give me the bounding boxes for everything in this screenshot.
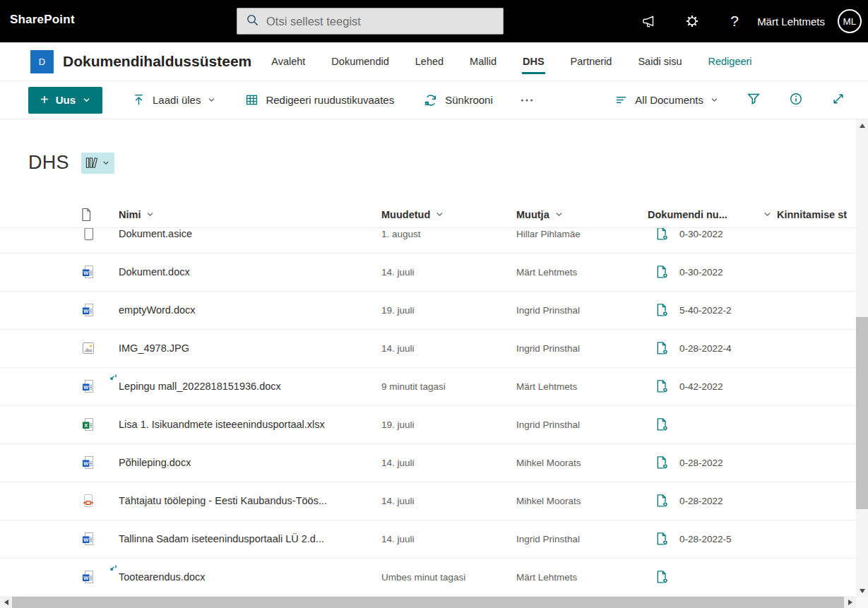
table-row[interactable]: W X: [0, 520, 856, 559]
nav-item-saidi-sisu[interactable]: Saidi sisu: [638, 56, 682, 67]
column-header-modified-by[interactable]: Muutja: [516, 209, 563, 220]
filter-funnel-icon: [747, 92, 761, 106]
vertical-scrollbar-thumb[interactable]: [856, 317, 868, 509]
horizontal-scrollbar[interactable]: [0, 597, 856, 608]
upload-button[interactable]: Laadi üles: [132, 93, 215, 107]
settings-gear-icon[interactable]: [671, 0, 713, 42]
document-number-icon: [655, 494, 669, 508]
file-type-icon: W X: [81, 532, 96, 546]
nav-item-redigeeri[interactable]: Redigeeri: [708, 56, 752, 67]
file-type-icon: W X: [81, 303, 96, 317]
modified-by[interactable]: Ingrid Prinsthal: [516, 305, 580, 316]
file-name[interactable]: Lepingu mall_2022818151936.docx: [119, 381, 281, 392]
more-actions-button[interactable]: [520, 93, 534, 107]
file-name[interactable]: Tallinna Sadam iseteenindusportaali LÜ 2…: [119, 533, 324, 544]
table-row[interactable]: W X: [0, 482, 856, 520]
scrollbar-corner: [856, 597, 868, 608]
new-item-icon: [109, 563, 118, 576]
scroll-down-arrow-icon[interactable]: [856, 585, 868, 597]
document-number: 0-28-2022-4: [679, 343, 732, 354]
user-name[interactable]: Märt Lehtmets: [757, 16, 825, 28]
chevron-down-icon: [711, 97, 718, 102]
nav-item-partnerid[interactable]: Partnerid: [571, 56, 612, 67]
document-number-icon: [655, 342, 669, 355]
file-type-icon: W X: [81, 570, 96, 584]
grid-edit-button[interactable]: Redigeeri ruudustikuvaates: [245, 93, 394, 107]
file-type-icon: W X: [81, 379, 96, 393]
books-icon: [85, 157, 99, 169]
vertical-scrollbar[interactable]: [856, 119, 868, 597]
table-row[interactable]: W X: [0, 292, 856, 330]
file-name[interactable]: Dokument.docx: [119, 266, 190, 278]
column-header-name[interactable]: Nimi: [119, 209, 154, 220]
nav-item-mallid[interactable]: Mallid: [470, 56, 497, 67]
nav-item-avaleht[interactable]: Avaleht: [271, 56, 305, 67]
file-name[interactable]: Dokument.asice: [119, 228, 192, 239]
nav-item-dokumendid[interactable]: Dokumendid: [331, 56, 388, 67]
sync-button[interactable]: Sünkrooni: [424, 93, 493, 107]
table-row[interactable]: W X: [0, 559, 856, 597]
view-selector[interactable]: All Documents: [614, 93, 718, 107]
file-name[interactable]: Põhileping.docx: [119, 457, 191, 468]
nav-item-lehed[interactable]: Lehed: [415, 56, 444, 67]
file-type-icon: W X: [81, 417, 96, 431]
file-name[interactable]: Tähtajatu tööleping - Eesti Kaubandus-Tö…: [119, 495, 327, 506]
site-title[interactable]: Dokumendihaldussüsteem: [63, 53, 251, 70]
nav-item-dhs[interactable]: DHS: [523, 56, 545, 67]
document-number: 0-28-2022-5: [679, 534, 732, 544]
modified-by[interactable]: Märt Lehtmets: [516, 381, 577, 392]
modified-by[interactable]: Ingrid Prinsthal: [516, 419, 580, 430]
chevron-down-icon: [146, 212, 154, 217]
file-name[interactable]: Tootearendus.docx: [119, 571, 206, 583]
file-name[interactable]: emptyWord.docx: [119, 304, 196, 316]
sharepoint-logo[interactable]: SharePoint: [10, 13, 75, 27]
modified-by[interactable]: Ingrid Prinsthal: [516, 343, 580, 354]
library-type-badge[interactable]: [81, 153, 114, 174]
modified-by[interactable]: Märt Lehtmets: [516, 267, 577, 278]
modified-by[interactable]: Mihkel Moorats: [516, 458, 581, 468]
table-row[interactable]: W X: [0, 228, 856, 254]
document-number-icon: [655, 304, 669, 317]
column-header-approval[interactable]: Kinnitamise st: [777, 209, 856, 220]
svg-text:X: X: [84, 422, 88, 429]
site-header: D Dokumendihaldussüsteem Avaleht Dokumen…: [0, 42, 868, 81]
column-header-doc-number[interactable]: Dokumendi nu...: [648, 209, 771, 220]
new-button[interactable]: + Uus: [28, 87, 102, 114]
table-row[interactable]: W X: [0, 444, 856, 482]
modified-date: 1. august: [381, 229, 421, 239]
scroll-right-arrow-icon[interactable]: [844, 597, 856, 608]
site-logo[interactable]: D: [30, 50, 54, 73]
filter-button[interactable]: [747, 92, 761, 109]
fullscreen-button[interactable]: [831, 92, 845, 109]
table-body: W X: [0, 227, 856, 597]
expand-icon: [831, 92, 845, 106]
search-input[interactable]: [266, 15, 494, 28]
megaphone-icon[interactable]: [629, 0, 671, 42]
file-name[interactable]: IMG_4978.JPG: [119, 342, 189, 354]
file-column-icon[interactable]: [79, 208, 93, 222]
modified-by[interactable]: Ingrid Prinsthal: [516, 534, 580, 544]
column-header-modified[interactable]: Muudetud: [381, 209, 444, 220]
table-row[interactable]: W X: [0, 330, 856, 368]
page-title: DHS: [28, 152, 69, 174]
modified-date: 19. juuli: [381, 305, 415, 316]
plus-icon: +: [40, 93, 49, 107]
modified-by[interactable]: Mihkel Moorats: [516, 496, 581, 506]
file-name[interactable]: Lisa 1. Isikuandmete isteeenindusportaal…: [119, 419, 325, 430]
search-box[interactable]: [237, 8, 504, 35]
modified-date: 14. juuli: [381, 267, 415, 278]
info-button[interactable]: [789, 92, 803, 109]
table-row[interactable]: W X: [0, 368, 856, 406]
table-row[interactable]: W X: [0, 254, 856, 292]
modified-by[interactable]: Hillar Pihlamäe: [516, 229, 581, 239]
scroll-left-arrow-icon[interactable]: [0, 597, 12, 608]
document-number: 0-30-2022: [679, 267, 723, 278]
user-avatar[interactable]: ML: [838, 9, 862, 33]
page-icon: [79, 208, 93, 222]
table-row[interactable]: W X: [0, 406, 856, 444]
help-icon[interactable]: ?: [713, 0, 756, 42]
modified-by[interactable]: Märt Lehtmets: [516, 572, 577, 583]
horizontal-scrollbar-thumb[interactable]: [12, 597, 844, 608]
file-type-icon: W X: [81, 494, 96, 508]
scroll-up-arrow-icon[interactable]: [856, 119, 868, 131]
